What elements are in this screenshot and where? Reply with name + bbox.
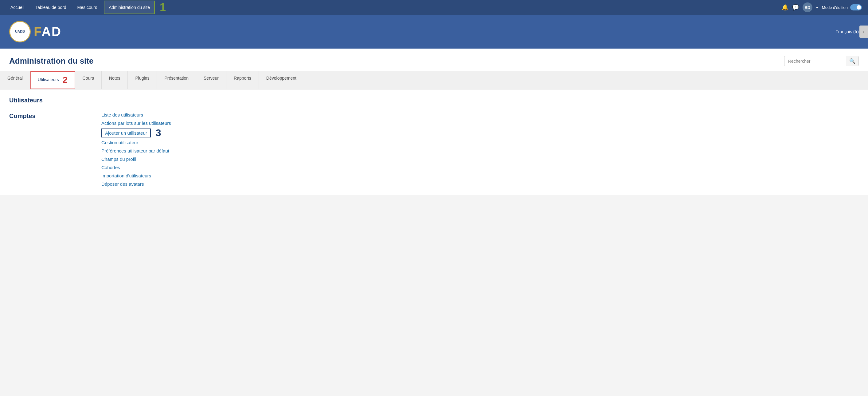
link-cohortes[interactable]: Cohortes: [101, 164, 859, 171]
tab-presentation[interactable]: Présentation: [157, 71, 196, 89]
nav-links: Accueil Tableau de bord Mes cours Admini…: [6, 1, 782, 14]
mode-edition-toggle-area: Mode d'édition: [822, 4, 862, 10]
link-gestion-utilisateur[interactable]: Gestion utilisateur: [101, 139, 859, 146]
link-deposer-avatars[interactable]: Déposer des avatars: [101, 180, 859, 188]
content-area: Utilisateurs Comptes Liste des utilisate…: [0, 89, 868, 195]
logo-circle: UADB: [9, 21, 31, 43]
search-box: 🔍: [784, 56, 859, 66]
link-ajouter-utilisateur[interactable]: Ajouter un utilisateur: [101, 129, 151, 137]
tab-notes[interactable]: Notes: [102, 71, 128, 89]
tab-utilisateurs[interactable]: Utilisateurs 2: [30, 71, 75, 89]
top-navigation: Accueil Tableau de bord Mes cours Admini…: [0, 0, 868, 15]
link-champs-profil[interactable]: Champs du profil: [101, 155, 859, 163]
tab-developpement[interactable]: Développement: [259, 71, 304, 89]
page-header: Administration du site 🔍: [0, 49, 868, 71]
tab-general[interactable]: Général: [0, 71, 30, 89]
logo-f: F: [34, 24, 41, 39]
annotation-3: 3: [156, 128, 161, 138]
tab-serveur[interactable]: Serveur: [196, 71, 226, 89]
logo-ad: AD: [41, 24, 61, 39]
search-input[interactable]: [784, 57, 846, 65]
nav-right-actions: 🔔 💬 BD ▾ Mode d'édition: [782, 2, 862, 12]
annotation-2: 2: [63, 75, 68, 85]
nav-administration-du-site[interactable]: Administration du site: [104, 1, 155, 14]
link-actions-lots[interactable]: Actions par lots sur les utilisateurs: [101, 120, 859, 127]
page-title: Administration du site: [9, 56, 93, 66]
logo-circle-text: UADB: [15, 30, 25, 33]
avatar-dropdown-icon[interactable]: ▾: [816, 5, 818, 10]
link-liste-utilisateurs[interactable]: Liste des utilisateurs: [101, 111, 859, 118]
comptes-links: Liste des utilisateurs Actions par lots …: [101, 111, 859, 188]
sidebar-collapse-button[interactable]: ‹: [859, 26, 868, 38]
mode-edition-toggle[interactable]: [850, 4, 862, 10]
nav-tableau-de-bord[interactable]: Tableau de bord: [31, 1, 70, 13]
logo-area: UADB FAD: [9, 21, 61, 43]
main-content: Administration du site 🔍 Général Utilisa…: [0, 49, 868, 195]
nav-mes-cours[interactable]: Mes cours: [73, 1, 102, 13]
language-selector[interactable]: Français (fr): [836, 29, 859, 34]
notifications-icon[interactable]: 🔔: [782, 4, 788, 11]
tabs-bar: Général Utilisateurs 2 Cours Notes Plugi…: [0, 71, 868, 89]
link-preferences-utilisateur[interactable]: Préférences utilisateur par défaut: [101, 147, 859, 154]
comptes-label: Comptes: [9, 111, 101, 188]
mode-edition-label: Mode d'édition: [822, 5, 848, 10]
avatar[interactable]: BD: [803, 2, 812, 12]
link-importation-utilisateurs[interactable]: Importation d'utilisateurs: [101, 172, 859, 179]
annotation-1: 1: [160, 2, 166, 13]
tab-cours[interactable]: Cours: [75, 71, 102, 89]
tab-rapports[interactable]: Rapports: [226, 71, 259, 89]
hero-banner: UADB FAD Français (fr) ‹: [0, 15, 868, 49]
logo-text: FAD: [34, 24, 61, 39]
tab-plugins[interactable]: Plugins: [128, 71, 157, 89]
messages-icon[interactable]: 💬: [792, 4, 799, 11]
nav-accueil[interactable]: Accueil: [6, 1, 29, 13]
search-button[interactable]: 🔍: [846, 56, 859, 66]
section-title: Utilisateurs: [9, 97, 859, 104]
content-grid: Comptes Liste des utilisateurs Actions p…: [9, 111, 859, 188]
